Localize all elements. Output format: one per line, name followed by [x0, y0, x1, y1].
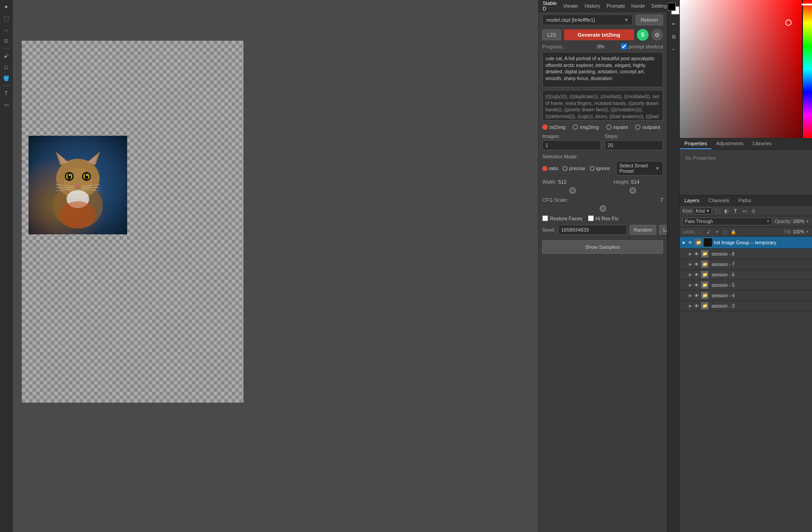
mode-txt2img[interactable]: txt2img — [542, 124, 565, 130]
images-label: Images: — [542, 133, 601, 139]
random-seed-button[interactable]: Random — [630, 225, 657, 235]
negative-prompt[interactable] — [542, 90, 663, 121]
action-row: L2S Generate txt2img S ⚙ — [539, 28, 667, 43]
tool-text[interactable]: T — [1, 88, 11, 98]
refresh-button[interactable]: Refresh — [635, 14, 663, 25]
positive-prompt[interactable] — [542, 52, 663, 87]
layer-eye-5[interactable]: 👁 — [693, 282, 700, 288]
svg-rect-28 — [680, 0, 802, 138]
tool-side-2[interactable]: ⊞ — [669, 32, 678, 42]
lock-image[interactable]: 🖌 — [706, 228, 712, 235]
properties-tabs: Properties Adjustments Libraries — [680, 138, 812, 150]
tab-adjustments[interactable]: Adjustments — [712, 138, 748, 149]
layer-item-3[interactable]: ▶ 👁 📁 session - 3 — [680, 301, 812, 311]
steps-input[interactable] — [605, 140, 664, 150]
tool-lasso[interactable]: ⌓ — [1, 24, 11, 34]
height-slider-handle[interactable] — [630, 187, 636, 194]
generate-button[interactable]: Generate txt2img — [564, 29, 634, 40]
images-steps-row: Images: Steps: — [539, 132, 667, 152]
sm-ignore[interactable]: ignore — [590, 166, 610, 171]
lock-position[interactable]: ✦ — [714, 228, 720, 235]
hi-res-fix-label: Hi Res Fix — [596, 216, 619, 221]
lock-all[interactable]: 🔒 — [730, 228, 736, 235]
hue-bar[interactable] — [803, 0, 812, 138]
cfg-slider-handle[interactable] — [600, 205, 606, 212]
mode-outpaint[interactable]: outpaint — [635, 124, 660, 130]
width-label: Width: — [542, 179, 556, 185]
samplers-button[interactable]: Show Samplers — [542, 240, 663, 254]
sm-precise[interactable]: precise — [563, 166, 585, 171]
nav-history[interactable]: History — [583, 2, 602, 10]
tool-side-3[interactable]: ↔ — [669, 44, 678, 54]
settings-button[interactable]: ⚙ — [651, 29, 663, 41]
prompt-shortcut-toggle[interactable]: prompt shortcut — [621, 43, 663, 49]
layer-eye-4[interactable]: 👁 — [693, 292, 700, 299]
s-avatar[interactable]: S — [637, 29, 649, 41]
l2s-button[interactable]: L2S — [542, 29, 561, 40]
seed-input[interactable] — [558, 225, 627, 235]
layer-eye-8[interactable]: 👁 — [693, 251, 700, 257]
hi-res-fix-option[interactable]: Hi Res Fix — [588, 215, 619, 221]
color-picker-area[interactable] — [680, 0, 812, 138]
blend-mode-select[interactable]: Pass Through ▼ — [683, 218, 772, 225]
tool-move[interactable]: ✦ — [1, 2, 11, 12]
tab-paths[interactable]: Paths — [734, 195, 756, 205]
tool-brush[interactable]: 🖌 — [1, 51, 11, 61]
radio-img2img — [573, 124, 578, 130]
layer-name-6: session - 6 — [712, 272, 809, 277]
layer-item-6[interactable]: ▶ 👁 📁 session - 6 — [680, 270, 812, 280]
layer-folder-3: 📁 — [701, 302, 708, 309]
svg-point-25 — [60, 201, 96, 228]
tool-marquee[interactable]: ⬚ — [1, 13, 11, 23]
layer-item-4[interactable]: ▶ 👁 📁 session - 4 — [680, 290, 812, 301]
tool-fill[interactable]: 🪣 — [1, 73, 11, 83]
layer-filter-type[interactable]: T — [732, 207, 739, 214]
layer-item-7[interactable]: ▶ 👁 📁 session - 7 — [680, 259, 812, 270]
tool-eraser[interactable]: ◻ — [1, 62, 11, 72]
tool-shape[interactable]: ▭ — [1, 100, 11, 109]
layer-filter-shape[interactable]: ▭ — [741, 207, 748, 214]
side-toolbar: ✏ ⊞ ↔ — [667, 0, 680, 532]
kind-dropdown[interactable]: Kind ▼ — [693, 208, 712, 214]
toolbar-divider-2 — [2, 86, 10, 86]
last-seed-button[interactable]: Last — [659, 225, 667, 235]
mode-img2img[interactable]: img2img — [573, 124, 599, 130]
width-slider-handle[interactable] — [569, 187, 576, 194]
tool-side-1[interactable]: ✏ — [669, 19, 678, 29]
tab-layers[interactable]: Layers — [680, 195, 704, 205]
layer-eye-7[interactable]: 👁 — [693, 261, 700, 267]
hi-res-fix-checkbox[interactable] — [588, 215, 594, 221]
mode-inpaint[interactable]: inpaint — [606, 124, 628, 130]
tab-libraries[interactable]: Libraries — [748, 138, 776, 149]
lock-transparent[interactable]: ⬚ — [697, 228, 704, 235]
layer-filter-smart[interactable]: ⊙ — [750, 207, 757, 214]
nav-stable-d[interactable]: Stable D — [541, 0, 558, 12]
lock-artboard[interactable]: ◻ — [722, 228, 728, 235]
prompt-shortcut-checkbox[interactable] — [621, 43, 627, 49]
layer-eye-init[interactable]: 👁 — [687, 239, 693, 246]
layer-item-5[interactable]: ▶ 👁 📁 session - 5 — [680, 280, 812, 290]
images-input[interactable] — [542, 140, 601, 150]
height-label: Height: — [614, 179, 630, 185]
sm-ratio[interactable]: ratio — [542, 166, 558, 171]
nav-horde[interactable]: Horde — [630, 2, 646, 10]
layer-eye-3[interactable]: 👁 — [693, 303, 700, 309]
restore-faces-checkbox[interactable] — [542, 215, 548, 221]
tool-crop[interactable]: ⊡ — [1, 36, 11, 46]
smart-preset-select[interactable]: Select Smart Preset ▼ — [616, 161, 663, 176]
nav-prompts[interactable]: Prompts — [605, 2, 626, 10]
restore-faces-option[interactable]: Restore Faces — [542, 215, 583, 221]
layer-eye-6[interactable]: 👁 — [693, 271, 700, 278]
layer-item-8[interactable]: ▶ 👁 📁 session - 8 — [680, 249, 812, 259]
mode-tabs: txt2img img2img inpaint outpaint — [539, 123, 667, 132]
sd-nav-bar: Stable D Viewer History Prompts Horde Se… — [539, 0, 667, 12]
layer-filter-pixel[interactable]: ⬛ — [714, 207, 721, 214]
model-select[interactable]: model.ckpt [fe4efffle1] ▼ — [542, 14, 633, 25]
tab-channels[interactable]: Channels — [704, 195, 734, 205]
fg-color-box[interactable] — [668, 3, 676, 11]
layer-item-init[interactable]: ▶ 👁 📁 Init Image Group -- temporary — [680, 237, 812, 249]
nav-viewer[interactable]: Viewer — [562, 2, 579, 10]
tab-properties[interactable]: Properties — [680, 138, 712, 149]
layer-filter-adj[interactable]: ◐ — [723, 207, 730, 214]
nav-settings[interactable]: Settings — [650, 2, 667, 10]
